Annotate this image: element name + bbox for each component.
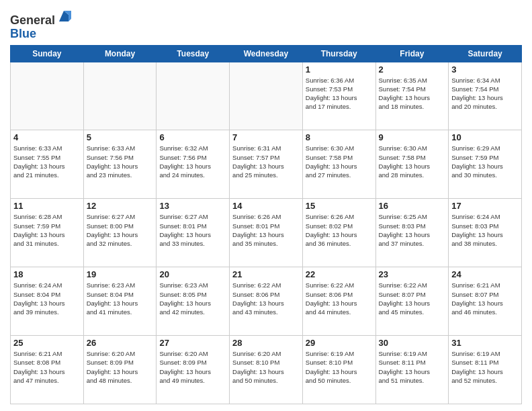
day-detail: Sunrise: 6:19 AMSunset: 8:11 PMDaylight:… <box>379 349 446 385</box>
day-number: 21 <box>232 269 300 279</box>
weekday-header-row: SundayMondayTuesdayWednesdayThursdayFrid… <box>11 45 522 62</box>
day-detail: Sunrise: 6:19 AMSunset: 8:11 PMDaylight:… <box>451 349 519 385</box>
day-detail: Sunrise: 6:33 AMSunset: 7:56 PMDaylight:… <box>87 144 154 179</box>
day-number: 8 <box>306 132 373 142</box>
day-number: 9 <box>379 132 446 142</box>
day-detail: Sunrise: 6:21 AMSunset: 8:08 PMDaylight:… <box>13 349 81 385</box>
calendar-cell: 11Sunrise: 6:28 AMSunset: 7:59 PMDayligh… <box>11 199 84 267</box>
day-detail: Sunrise: 6:22 AMSunset: 8:07 PMDaylight:… <box>379 281 446 316</box>
logo-general: General <box>10 13 55 27</box>
page: General Blue SundayMondayTuesdayWednesda… <box>0 0 532 411</box>
calendar-cell: 3Sunrise: 6:34 AMSunset: 7:54 PMDaylight… <box>449 62 522 130</box>
day-detail: Sunrise: 6:26 AMSunset: 8:02 PMDaylight:… <box>306 212 373 248</box>
day-number: 4 <box>13 132 81 142</box>
day-number: 13 <box>159 201 226 211</box>
calendar-cell: 13Sunrise: 6:27 AMSunset: 8:01 PMDayligh… <box>157 199 230 267</box>
calendar-cell: 26Sunrise: 6:20 AMSunset: 8:09 PMDayligh… <box>83 336 157 404</box>
calendar-cell: 5Sunrise: 6:33 AMSunset: 7:56 PMDaylight… <box>83 130 157 199</box>
day-number: 24 <box>451 269 519 279</box>
day-number: 28 <box>232 338 300 348</box>
day-detail: Sunrise: 6:30 AMSunset: 7:58 PMDaylight:… <box>379 144 446 179</box>
calendar-cell: 21Sunrise: 6:22 AMSunset: 8:06 PMDayligh… <box>230 267 303 336</box>
calendar-cell: 17Sunrise: 6:24 AMSunset: 8:03 PMDayligh… <box>449 199 522 267</box>
calendar-cell: 22Sunrise: 6:22 AMSunset: 8:06 PMDayligh… <box>302 267 375 336</box>
calendar-cell: 2Sunrise: 6:35 AMSunset: 7:54 PMDaylight… <box>375 62 449 130</box>
calendar-cell: 8Sunrise: 6:30 AMSunset: 7:58 PMDaylight… <box>302 130 375 199</box>
day-detail: Sunrise: 6:27 AMSunset: 8:00 PMDaylight:… <box>87 212 154 248</box>
calendar-week-0: 1Sunrise: 6:36 AMSunset: 7:53 PMDaylight… <box>11 62 522 130</box>
day-number: 5 <box>87 132 154 142</box>
weekday-header-saturday: Saturday <box>449 45 522 62</box>
calendar-cell: 27Sunrise: 6:20 AMSunset: 8:09 PMDayligh… <box>157 336 230 404</box>
calendar-cell: 24Sunrise: 6:21 AMSunset: 8:07 PMDayligh… <box>449 267 522 336</box>
day-detail: Sunrise: 6:20 AMSunset: 8:10 PMDaylight:… <box>232 349 300 385</box>
day-detail: Sunrise: 6:20 AMSunset: 8:09 PMDaylight:… <box>87 349 154 385</box>
calendar-cell: 7Sunrise: 6:31 AMSunset: 7:57 PMDaylight… <box>230 130 303 199</box>
calendar-week-1: 4Sunrise: 6:33 AMSunset: 7:55 PMDaylight… <box>11 130 522 199</box>
day-detail: Sunrise: 6:24 AMSunset: 8:03 PMDaylight:… <box>451 212 519 248</box>
day-number: 2 <box>379 64 446 75</box>
day-detail: Sunrise: 6:34 AMSunset: 7:54 PMDaylight:… <box>451 76 519 111</box>
day-detail: Sunrise: 6:35 AMSunset: 7:54 PMDaylight:… <box>379 76 446 111</box>
day-detail: Sunrise: 6:20 AMSunset: 8:09 PMDaylight:… <box>159 349 226 385</box>
day-detail: Sunrise: 6:29 AMSunset: 7:59 PMDaylight:… <box>451 144 519 179</box>
calendar-cell: 25Sunrise: 6:21 AMSunset: 8:08 PMDayligh… <box>11 336 84 404</box>
calendar-cell: 23Sunrise: 6:22 AMSunset: 8:07 PMDayligh… <box>375 267 449 336</box>
day-number: 15 <box>306 201 373 211</box>
day-detail: Sunrise: 6:25 AMSunset: 8:03 PMDaylight:… <box>379 212 446 248</box>
calendar-cell: 31Sunrise: 6:19 AMSunset: 8:11 PMDayligh… <box>449 336 522 404</box>
day-number: 6 <box>159 132 226 142</box>
calendar-table: SundayMondayTuesdayWednesdayThursdayFrid… <box>10 45 522 404</box>
calendar-cell: 28Sunrise: 6:20 AMSunset: 8:10 PMDayligh… <box>230 336 303 404</box>
weekday-header-sunday: Sunday <box>11 45 84 62</box>
day-detail: Sunrise: 6:31 AMSunset: 7:57 PMDaylight:… <box>232 144 300 179</box>
day-detail: Sunrise: 6:33 AMSunset: 7:55 PMDaylight:… <box>13 144 81 179</box>
calendar-cell: 1Sunrise: 6:36 AMSunset: 7:53 PMDaylight… <box>302 62 375 130</box>
calendar-cell <box>230 62 303 130</box>
weekday-header-tuesday: Tuesday <box>157 45 230 62</box>
weekday-header-thursday: Thursday <box>302 45 375 62</box>
day-detail: Sunrise: 6:24 AMSunset: 8:04 PMDaylight:… <box>13 281 81 316</box>
logo-icon <box>56 9 71 24</box>
day-number: 7 <box>232 132 300 142</box>
day-detail: Sunrise: 6:26 AMSunset: 8:01 PMDaylight:… <box>232 212 300 248</box>
day-number: 3 <box>451 64 519 75</box>
weekday-header-friday: Friday <box>375 45 449 62</box>
calendar-body: 1Sunrise: 6:36 AMSunset: 7:53 PMDaylight… <box>11 62 522 404</box>
calendar-cell <box>11 62 84 130</box>
day-detail: Sunrise: 6:36 AMSunset: 7:53 PMDaylight:… <box>306 76 373 111</box>
weekday-header-monday: Monday <box>83 45 157 62</box>
weekday-header-wednesday: Wednesday <box>230 45 303 62</box>
day-number: 27 <box>159 338 226 348</box>
day-number: 19 <box>87 269 154 279</box>
day-detail: Sunrise: 6:23 AMSunset: 8:04 PMDaylight:… <box>87 281 154 316</box>
calendar-cell: 6Sunrise: 6:32 AMSunset: 7:56 PMDaylight… <box>157 130 230 199</box>
day-detail: Sunrise: 6:32 AMSunset: 7:56 PMDaylight:… <box>159 144 226 179</box>
calendar-cell: 18Sunrise: 6:24 AMSunset: 8:04 PMDayligh… <box>11 267 84 336</box>
calendar-cell <box>83 62 157 130</box>
day-number: 26 <box>87 338 154 348</box>
calendar-cell: 12Sunrise: 6:27 AMSunset: 8:00 PMDayligh… <box>83 199 157 267</box>
day-detail: Sunrise: 6:19 AMSunset: 8:10 PMDaylight:… <box>306 349 373 385</box>
header: General Blue <box>10 7 522 41</box>
calendar-cell: 15Sunrise: 6:26 AMSunset: 8:02 PMDayligh… <box>302 199 375 267</box>
calendar-cell: 16Sunrise: 6:25 AMSunset: 8:03 PMDayligh… <box>375 199 449 267</box>
calendar-cell: 9Sunrise: 6:30 AMSunset: 7:58 PMDaylight… <box>375 130 449 199</box>
calendar-week-4: 25Sunrise: 6:21 AMSunset: 8:08 PMDayligh… <box>11 336 522 404</box>
day-detail: Sunrise: 6:21 AMSunset: 8:07 PMDaylight:… <box>451 281 519 316</box>
day-number: 20 <box>159 269 226 279</box>
calendar-cell: 14Sunrise: 6:26 AMSunset: 8:01 PMDayligh… <box>230 199 303 267</box>
day-number: 30 <box>379 338 446 348</box>
day-number: 16 <box>379 201 446 211</box>
day-detail: Sunrise: 6:30 AMSunset: 7:58 PMDaylight:… <box>306 144 373 179</box>
day-number: 29 <box>306 338 373 348</box>
day-number: 31 <box>451 338 519 348</box>
day-detail: Sunrise: 6:22 AMSunset: 8:06 PMDaylight:… <box>306 281 373 316</box>
day-detail: Sunrise: 6:23 AMSunset: 8:05 PMDaylight:… <box>159 281 226 316</box>
calendar-cell: 20Sunrise: 6:23 AMSunset: 8:05 PMDayligh… <box>157 267 230 336</box>
day-number: 10 <box>451 132 519 142</box>
day-detail: Sunrise: 6:28 AMSunset: 7:59 PMDaylight:… <box>13 212 81 248</box>
day-number: 25 <box>13 338 81 348</box>
calendar-week-3: 18Sunrise: 6:24 AMSunset: 8:04 PMDayligh… <box>11 267 522 336</box>
calendar-cell: 30Sunrise: 6:19 AMSunset: 8:11 PMDayligh… <box>375 336 449 404</box>
